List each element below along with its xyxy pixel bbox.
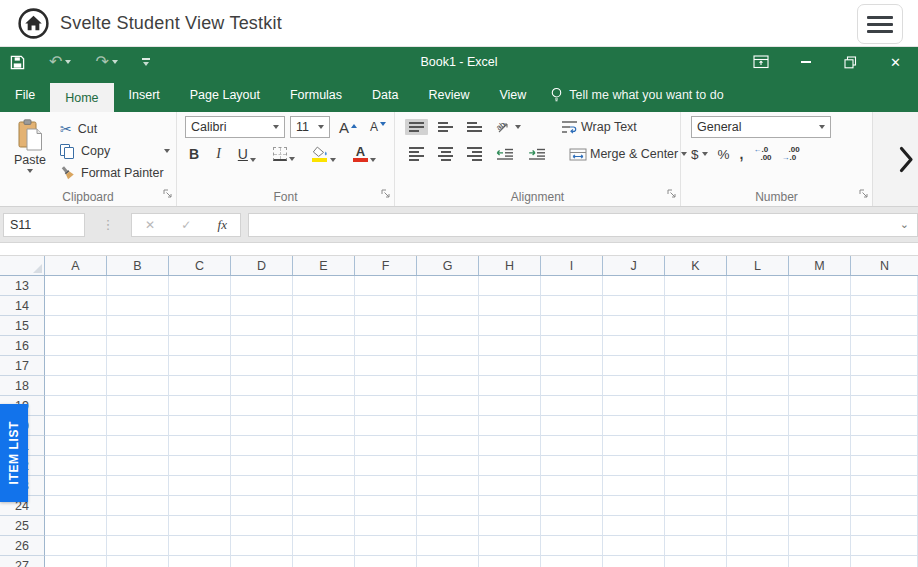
cell-N23[interactable] — [851, 476, 918, 496]
cell-B24[interactable] — [107, 496, 169, 516]
cell-A19[interactable] — [45, 396, 107, 416]
cell-K23[interactable] — [665, 476, 727, 496]
tab-view[interactable]: View — [484, 77, 541, 112]
cell-I13[interactable] — [541, 276, 603, 296]
cell-D13[interactable] — [231, 276, 293, 296]
cell-A26[interactable] — [45, 536, 107, 556]
cell-I26[interactable] — [541, 536, 603, 556]
cell-M27[interactable] — [789, 556, 851, 567]
cell-I15[interactable] — [541, 316, 603, 336]
tab-formulas[interactable]: Formulas — [275, 77, 357, 112]
row-header-18[interactable]: 18 — [0, 376, 45, 396]
row-header-14[interactable]: 14 — [0, 296, 45, 316]
cell-A16[interactable] — [45, 336, 107, 356]
cell-L19[interactable] — [727, 396, 789, 416]
cell-F14[interactable] — [355, 296, 417, 316]
restore-button[interactable] — [828, 47, 873, 77]
paste-dropdown-icon[interactable] — [27, 169, 33, 173]
column-header-F[interactable]: F — [355, 256, 417, 275]
cell-M22[interactable] — [789, 456, 851, 476]
cell-C14[interactable] — [169, 296, 231, 316]
column-header-K[interactable]: K — [665, 256, 727, 275]
cell-B14[interactable] — [107, 296, 169, 316]
cell-G25[interactable] — [417, 516, 479, 536]
row-header-26[interactable]: 26 — [0, 536, 45, 556]
row-header-27[interactable]: 27 — [0, 556, 45, 567]
row-header-17[interactable]: 17 — [0, 356, 45, 376]
cell-A20[interactable] — [45, 416, 107, 436]
cell-D20[interactable] — [231, 416, 293, 436]
font-size-combobox[interactable]: 11 — [290, 116, 330, 138]
cell-H15[interactable] — [479, 316, 541, 336]
name-box[interactable] — [3, 213, 85, 237]
expand-formula-bar-icon[interactable]: ⌄ — [892, 218, 917, 231]
cell-K24[interactable] — [665, 496, 727, 516]
cell-I19[interactable] — [541, 396, 603, 416]
cell-I22[interactable] — [541, 456, 603, 476]
cell-C21[interactable] — [169, 436, 231, 456]
increase-font-size-button[interactable]: A — [335, 118, 361, 137]
cell-N19[interactable] — [851, 396, 918, 416]
undo-dropdown-icon[interactable] — [65, 60, 71, 64]
cell-D14[interactable] — [231, 296, 293, 316]
cell-A25[interactable] — [45, 516, 107, 536]
cell-H27[interactable] — [479, 556, 541, 567]
cell-B15[interactable] — [107, 316, 169, 336]
cell-E17[interactable] — [293, 356, 355, 376]
underline-button[interactable]: U — [234, 145, 260, 163]
cell-I27[interactable] — [541, 556, 603, 567]
cell-M18[interactable] — [789, 376, 851, 396]
cell-F18[interactable] — [355, 376, 417, 396]
column-header-I[interactable]: I — [541, 256, 603, 275]
cell-L15[interactable] — [727, 316, 789, 336]
column-header-L[interactable]: L — [727, 256, 789, 275]
cell-D24[interactable] — [231, 496, 293, 516]
cell-M21[interactable] — [789, 436, 851, 456]
save-button[interactable] — [10, 55, 25, 70]
clipboard-dialog-launcher[interactable] — [163, 184, 172, 202]
cell-G20[interactable] — [417, 416, 479, 436]
cell-D25[interactable] — [231, 516, 293, 536]
cell-F15[interactable] — [355, 316, 417, 336]
format-painter-button[interactable]: Format Painter — [56, 164, 172, 182]
cell-C20[interactable] — [169, 416, 231, 436]
font-dialog-launcher[interactable] — [381, 184, 390, 202]
cell-G13[interactable] — [417, 276, 479, 296]
cell-A22[interactable] — [45, 456, 107, 476]
cell-I14[interactable] — [541, 296, 603, 316]
cell-M14[interactable] — [789, 296, 851, 316]
cell-H24[interactable] — [479, 496, 541, 516]
cell-N27[interactable] — [851, 556, 918, 567]
cell-D27[interactable] — [231, 556, 293, 567]
cell-H20[interactable] — [479, 416, 541, 436]
cell-K14[interactable] — [665, 296, 727, 316]
top-align-button[interactable] — [405, 119, 428, 135]
column-header-B[interactable]: B — [107, 256, 169, 275]
cell-D22[interactable] — [231, 456, 293, 476]
accounting-format-button[interactable]: $ — [691, 147, 708, 162]
cell-N24[interactable] — [851, 496, 918, 516]
cell-K26[interactable] — [665, 536, 727, 556]
cell-C18[interactable] — [169, 376, 231, 396]
cell-J22[interactable] — [603, 456, 665, 476]
cell-F16[interactable] — [355, 336, 417, 356]
orientation-button[interactable]: ab — [492, 116, 525, 138]
copy-dropdown-icon[interactable] — [164, 149, 170, 153]
cell-H13[interactable] — [479, 276, 541, 296]
cell-J24[interactable] — [603, 496, 665, 516]
increase-indent-button[interactable] — [524, 145, 550, 163]
cell-N13[interactable] — [851, 276, 918, 296]
cell-B13[interactable] — [107, 276, 169, 296]
cell-F27[interactable] — [355, 556, 417, 567]
cell-B23[interactable] — [107, 476, 169, 496]
cell-A23[interactable] — [45, 476, 107, 496]
column-header-N[interactable]: N — [851, 256, 918, 275]
cell-K13[interactable] — [665, 276, 727, 296]
cell-G24[interactable] — [417, 496, 479, 516]
cell-K16[interactable] — [665, 336, 727, 356]
cell-I21[interactable] — [541, 436, 603, 456]
italic-button[interactable]: I — [212, 145, 225, 163]
cell-L17[interactable] — [727, 356, 789, 376]
bold-button[interactable]: B — [185, 145, 203, 163]
tab-home[interactable]: Home — [50, 83, 113, 112]
